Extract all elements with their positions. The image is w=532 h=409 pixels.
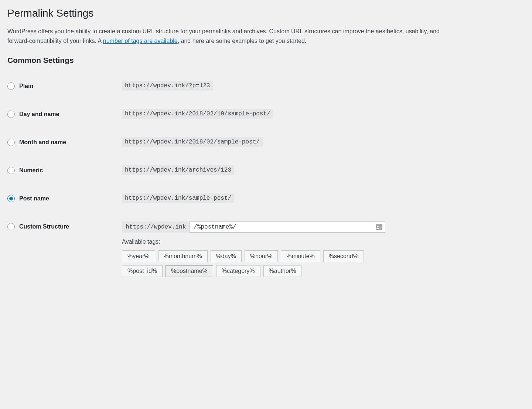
tag-button-category[interactable]: %category% bbox=[216, 265, 260, 277]
option-row-plain: Plain https://wpdev.ink/?p=123 bbox=[7, 72, 451, 100]
tag-button-monthnum[interactable]: %monthnum% bbox=[158, 250, 208, 262]
permalink-options-table: Plain https://wpdev.ink/?p=123 Day and n… bbox=[7, 72, 451, 286]
tag-button-hour[interactable]: %hour% bbox=[245, 250, 278, 262]
tag-button-minute[interactable]: %minute% bbox=[281, 250, 320, 262]
tags-link[interactable]: number of tags are available bbox=[103, 38, 178, 44]
tag-button-second[interactable]: %second% bbox=[323, 250, 364, 262]
option-text-postname: Post name bbox=[19, 195, 49, 202]
option-label-numeric[interactable]: Numeric bbox=[7, 167, 115, 174]
radio-plain[interactable] bbox=[7, 82, 15, 90]
option-row-monthname: Month and name https://wpdev.ink/2018/02… bbox=[7, 128, 451, 156]
option-text-numeric: Numeric bbox=[19, 167, 43, 174]
example-plain: https://wpdev.ink/?p=123 bbox=[122, 81, 213, 91]
intro-text: WordPress offers you the ability to crea… bbox=[7, 27, 451, 45]
option-label-postname[interactable]: Post name bbox=[7, 195, 115, 202]
radio-dayname[interactable] bbox=[7, 111, 15, 118]
example-postname: https://wpdev.ink/sample-post/ bbox=[122, 193, 234, 203]
option-text-custom: Custom Structure bbox=[19, 223, 69, 230]
option-row-numeric: Numeric https://wpdev.ink/archives/123 bbox=[7, 156, 451, 185]
option-label-dayname[interactable]: Day and name bbox=[7, 111, 115, 118]
option-label-monthname[interactable]: Month and name bbox=[7, 139, 115, 146]
option-label-custom[interactable]: Custom Structure bbox=[7, 223, 115, 230]
option-row-custom: Custom Structure https://wpdev.ink bbox=[7, 213, 451, 286]
option-text-dayname: Day and name bbox=[19, 111, 59, 118]
option-text-plain: Plain bbox=[19, 83, 33, 89]
svg-rect-3 bbox=[380, 227, 382, 227]
option-text-monthname: Month and name bbox=[19, 139, 66, 146]
radio-numeric[interactable] bbox=[7, 167, 15, 174]
page-title: Permalink Settings bbox=[7, 7, 451, 19]
tag-button-postname[interactable]: %postname% bbox=[166, 265, 213, 277]
radio-custom[interactable] bbox=[7, 223, 15, 230]
example-dayname: https://wpdev.ink/2018/02/19/sample-post… bbox=[122, 109, 273, 119]
svg-rect-2 bbox=[380, 226, 382, 226]
custom-structure-input[interactable] bbox=[190, 222, 385, 233]
tag-button-day[interactable]: %day% bbox=[211, 250, 242, 262]
tag-button-year[interactable]: %year% bbox=[122, 250, 155, 262]
custom-prefix: https://wpdev.ink bbox=[122, 222, 190, 233]
intro-post: , and here are some examples to get you … bbox=[178, 38, 307, 44]
common-settings-heading: Common Settings bbox=[7, 56, 451, 65]
radio-monthname[interactable] bbox=[7, 139, 15, 146]
option-row-postname: Post name https://wpdev.ink/sample-post/ bbox=[7, 185, 451, 213]
available-tags-label: Available tags: bbox=[122, 239, 447, 245]
svg-rect-4 bbox=[380, 228, 381, 228]
radio-postname[interactable] bbox=[7, 195, 15, 202]
contact-card-icon bbox=[376, 224, 382, 230]
option-label-plain[interactable]: Plain bbox=[7, 82, 115, 90]
example-numeric: https://wpdev.ink/archives/123 bbox=[122, 165, 234, 175]
tag-list: %year%%monthnum%%day%%hour%%minute%%seco… bbox=[122, 250, 403, 277]
svg-point-1 bbox=[377, 226, 379, 227]
tag-button-author[interactable]: %author% bbox=[263, 265, 302, 277]
example-monthname: https://wpdev.ink/2018/02/sample-post/ bbox=[122, 137, 263, 147]
tag-button-post_id[interactable]: %post_id% bbox=[122, 265, 163, 277]
option-row-dayname: Day and name https://wpdev.ink/2018/02/1… bbox=[7, 100, 451, 128]
